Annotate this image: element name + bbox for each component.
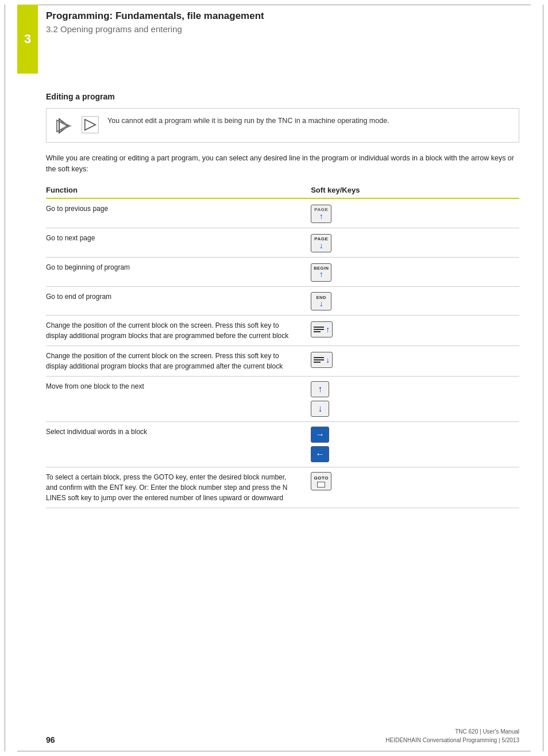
function-text: Go to beginning of program: [46, 257, 306, 286]
intro-text: While you are creating or editing a part…: [46, 153, 519, 175]
function-text: Select individual words in a block: [46, 422, 306, 467]
function-text: Go to end of program: [46, 286, 306, 316]
col-function-header: Function: [46, 183, 306, 198]
table-row: To select a certain block, press the GOT…: [46, 467, 519, 508]
footer-right: TNC 620 | User's Manual HEIDENHAIN Conve…: [385, 727, 519, 745]
softkey-cell: PAGE ↑: [306, 198, 519, 228]
table-row: Change the position of the current block…: [46, 346, 519, 377]
notice-text: You cannot edit a program while it is be…: [107, 116, 389, 126]
softkey-cell: PAGE ↓: [306, 228, 519, 257]
table-row: Go to previous page PAGE ↑: [46, 198, 519, 228]
content-area: Editing a program You cannot edit a prog…: [46, 92, 519, 508]
arrow-up-key[interactable]: ↑: [311, 381, 329, 397]
chapter-tab: 3: [17, 5, 38, 74]
page-border-right: [543, 5, 543, 751]
footer-line2: HEIDENHAIN Conversational Programming | …: [385, 736, 519, 745]
function-text: Change the position of the current block…: [46, 316, 306, 346]
svg-marker-3: [85, 120, 96, 131]
page-down-key[interactable]: PAGE ↓: [311, 234, 331, 252]
footer: 96 TNC 620 | User's Manual HEIDENHAIN Co…: [46, 727, 519, 745]
function-text: Go to previous page: [46, 198, 306, 228]
header-area: Programming: Fundamentals, file manageme…: [46, 10, 525, 34]
header-main-title: Programming: Fundamentals, file manageme…: [46, 10, 525, 22]
softkey-cell: → ←: [306, 422, 519, 467]
function-table: Function Soft key/Keys Go to previous pa…: [46, 183, 519, 509]
table-row: Go to beginning of program BEGIN ↑: [46, 257, 519, 286]
footer-line1: TNC 620 | User's Manual: [385, 727, 519, 736]
arrow-right-key[interactable]: →: [311, 427, 329, 443]
goto-key[interactable]: GOTO: [311, 472, 331, 490]
softkey-cell: GOTO: [306, 467, 519, 508]
chapter-number: 3: [24, 32, 31, 47]
notice-box: You cannot edit a program while it is be…: [46, 108, 519, 143]
block-before-key[interactable]: ↑: [311, 321, 333, 337]
block-after-key[interactable]: ↓: [311, 352, 333, 368]
function-text: Go to next page: [46, 228, 306, 257]
end-key[interactable]: END ↓: [311, 292, 331, 310]
softkey-cell: ↓: [306, 346, 519, 377]
softkey-cell: ↑ ↓: [306, 377, 519, 422]
footer-page-number: 96: [46, 735, 55, 745]
table-row: Go to end of program END ↓: [46, 286, 519, 316]
function-text: Change the position of the current block…: [46, 346, 306, 377]
page-border-left: [5, 5, 5, 751]
function-text: To select a certain block, press the GOT…: [46, 467, 306, 508]
page-border-top: [17, 5, 531, 5]
table-row: Select individual words in a block → ←: [46, 422, 519, 467]
arrow-left-key[interactable]: ←: [311, 446, 329, 462]
section-heading: Editing a program: [46, 92, 519, 101]
notice-arrow-icon: [55, 117, 73, 135]
page-border-bottom: [17, 751, 531, 751]
arrow-down-key[interactable]: ↓: [311, 401, 329, 417]
table-row: Change the position of the current block…: [46, 316, 519, 346]
notice-right-arrow-icon: [81, 116, 99, 134]
page-up-key[interactable]: PAGE ↑: [311, 205, 331, 223]
header-sub-title: 3.2 Opening programs and entering: [46, 24, 525, 34]
function-text: Move from one block to the next: [46, 377, 306, 422]
softkey-cell: BEGIN ↑: [306, 257, 519, 286]
softkey-cell: END ↓: [306, 286, 519, 316]
col-softkey-header: Soft key/Keys: [306, 183, 519, 198]
begin-key[interactable]: BEGIN ↑: [311, 263, 331, 282]
table-row: Move from one block to the next ↑ ↓: [46, 377, 519, 422]
table-row: Go to next page PAGE ↓: [46, 228, 519, 257]
softkey-cell: ↑: [306, 316, 519, 346]
